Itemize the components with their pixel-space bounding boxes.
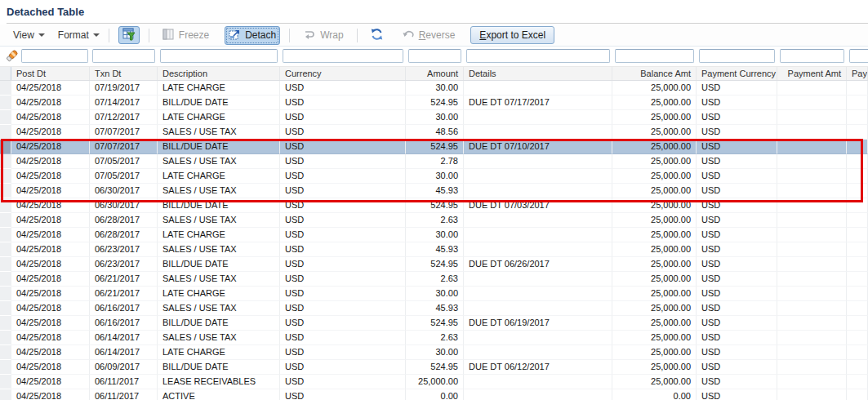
cell-balance-amt[interactable]: 25,000.00 <box>612 375 697 389</box>
table-row[interactable]: 04/25/201806/11/2017ACTIVEUSD0.000.00USD <box>0 389 868 400</box>
cell-currency[interactable]: USD <box>280 213 406 228</box>
table-row[interactable]: 04/25/201806/21/2017SALES / USE TAXUSD2.… <box>0 272 868 287</box>
cell-post-dt[interactable]: 04/25/2018 <box>11 184 90 198</box>
table-row[interactable]: 04/25/201807/12/2017LATE CHARGEUSD30.002… <box>0 110 868 125</box>
cell-post-dt[interactable]: 04/25/2018 <box>11 316 90 331</box>
row-header-cell[interactable] <box>0 213 11 228</box>
cell-currency[interactable]: USD <box>280 125 406 140</box>
column-header-description[interactable]: Description <box>158 67 280 80</box>
cell-post-dt[interactable]: 04/25/2018 <box>11 228 90 242</box>
cell-description[interactable]: SALES / USE TAX <box>158 154 280 169</box>
cell-txn-dt[interactable]: 06/11/2017 <box>90 389 158 400</box>
cell-txn-dt[interactable]: 06/28/2017 <box>90 213 158 228</box>
cell-description[interactable]: SALES / USE TAX <box>158 125 280 140</box>
cell-txn-dt[interactable]: 07/05/2017 <box>90 169 158 184</box>
cell-amount[interactable]: 2.78 <box>406 154 464 169</box>
cell-currency[interactable]: USD <box>280 184 406 198</box>
cell-extra[interactable] <box>847 198 868 213</box>
cell-post-dt[interactable]: 04/25/2018 <box>11 331 90 345</box>
cell-extra[interactable] <box>847 360 868 375</box>
cell-amount[interactable]: 30.00 <box>406 287 464 301</box>
cell-details[interactable] <box>464 375 612 389</box>
cell-payment-amt[interactable] <box>777 345 847 360</box>
cell-details[interactable] <box>464 345 612 360</box>
cell-extra[interactable] <box>847 169 868 184</box>
cell-balance-amt[interactable]: 0.00 <box>612 389 697 400</box>
cell-extra[interactable] <box>847 287 868 301</box>
table-row[interactable]: 04/25/201806/14/2017LATE CHARGEUSD30.002… <box>0 345 868 360</box>
cell-post-dt[interactable]: 04/25/2018 <box>11 110 90 125</box>
cell-payment-currency[interactable]: USD <box>697 331 777 345</box>
cell-txn-dt[interactable]: 06/21/2017 <box>90 287 158 301</box>
table-row[interactable]: 04/25/201806/14/2017SALES / USE TAXUSD2.… <box>0 331 868 345</box>
filter-input-details[interactable] <box>466 49 610 63</box>
cell-extra[interactable] <box>847 257 868 272</box>
cell-payment-amt[interactable] <box>777 242 847 257</box>
cell-txn-dt[interactable]: 07/07/2017 <box>90 140 158 154</box>
filter-input-payment-amt[interactable] <box>780 49 844 63</box>
cell-balance-amt[interactable]: 25,000.00 <box>612 316 697 331</box>
cell-currency[interactable]: USD <box>280 301 406 316</box>
cell-extra[interactable] <box>847 96 868 110</box>
cell-amount[interactable]: 524.95 <box>406 360 464 375</box>
filter-input-extra[interactable] <box>849 49 868 63</box>
cell-currency[interactable]: USD <box>280 169 406 184</box>
cell-description[interactable]: BILL/DUE DATE <box>158 96 280 110</box>
cell-description[interactable]: LATE CHARGE <box>158 81 280 96</box>
cell-post-dt[interactable]: 04/25/2018 <box>11 242 90 257</box>
cell-post-dt[interactable]: 04/25/2018 <box>11 257 90 272</box>
cell-extra[interactable] <box>847 125 868 140</box>
cell-currency[interactable]: USD <box>280 140 406 154</box>
table-row[interactable]: 04/25/201806/16/2017SALES / USE TAXUSD45… <box>0 301 868 316</box>
cell-details[interactable] <box>464 169 612 184</box>
table-row[interactable]: 04/25/201806/09/2017BILL/DUE DATEUSD524.… <box>0 360 868 375</box>
cell-payment-currency[interactable]: USD <box>697 228 777 242</box>
cell-currency[interactable]: USD <box>280 154 406 169</box>
cell-balance-amt[interactable]: 25,000.00 <box>612 213 697 228</box>
cell-payment-amt[interactable] <box>777 110 847 125</box>
wrap-button[interactable]: Wrap <box>299 26 347 45</box>
row-header-cell[interactable] <box>0 96 11 110</box>
cell-details[interactable] <box>464 287 612 301</box>
cell-amount[interactable]: 524.95 <box>406 96 464 110</box>
cell-payment-amt[interactable] <box>777 301 847 316</box>
cell-balance-amt[interactable]: 25,000.00 <box>612 125 697 140</box>
cell-description[interactable]: BILL/DUE DATE <box>158 198 280 213</box>
cell-extra[interactable] <box>847 154 868 169</box>
cell-payment-amt[interactable] <box>777 272 847 287</box>
cell-description[interactable]: BILL/DUE DATE <box>158 257 280 272</box>
row-header-cell[interactable] <box>0 198 11 213</box>
cell-details[interactable]: DUE DT 06/12/2017 <box>464 360 612 375</box>
cell-currency[interactable]: USD <box>280 345 406 360</box>
cell-payment-currency[interactable]: USD <box>697 213 777 228</box>
cell-txn-dt[interactable]: 06/14/2017 <box>90 331 158 345</box>
export-to-excel-button[interactable]: Export to Excel <box>470 26 554 44</box>
cell-txn-dt[interactable]: 06/28/2017 <box>90 228 158 242</box>
column-header-txn-dt[interactable]: Txn Dt <box>90 67 158 80</box>
row-header-cell[interactable] <box>0 257 11 272</box>
cell-currency[interactable]: USD <box>280 257 406 272</box>
cell-currency[interactable]: USD <box>280 242 406 257</box>
table-row[interactable]: 04/25/201806/30/2017BILL/DUE DATEUSD524.… <box>0 198 868 213</box>
row-header-cell[interactable] <box>0 389 11 400</box>
table-row[interactable]: 04/25/201806/11/2017LEASE RECEIVABLESUSD… <box>0 375 868 389</box>
cell-payment-currency[interactable]: USD <box>697 316 777 331</box>
table-row[interactable]: 04/25/201806/28/2017LATE CHARGEUSD30.002… <box>0 228 868 242</box>
row-header-cell[interactable] <box>0 140 11 154</box>
cell-payment-amt[interactable] <box>777 389 847 400</box>
cell-payment-currency[interactable]: USD <box>697 125 777 140</box>
column-header-balance-amt[interactable]: Balance Amt <box>612 67 697 80</box>
cell-payment-amt[interactable] <box>777 198 847 213</box>
cell-description[interactable]: SALES / USE TAX <box>158 331 280 345</box>
cell-amount[interactable]: 45.93 <box>406 301 464 316</box>
cell-balance-amt[interactable]: 25,000.00 <box>612 301 697 316</box>
cell-payment-amt[interactable] <box>777 96 847 110</box>
table-row[interactable]: 04/25/201807/14/2017BILL/DUE DATEUSD524.… <box>0 96 868 110</box>
cell-payment-amt[interactable] <box>777 125 847 140</box>
cell-description[interactable]: SALES / USE TAX <box>158 272 280 287</box>
cell-currency[interactable]: USD <box>280 228 406 242</box>
cell-payment-currency[interactable]: USD <box>697 154 777 169</box>
cell-txn-dt[interactable]: 06/30/2017 <box>90 184 158 198</box>
cell-amount[interactable]: 30.00 <box>406 169 464 184</box>
column-header-payment-currency[interactable]: Payment Currency <box>697 67 777 80</box>
